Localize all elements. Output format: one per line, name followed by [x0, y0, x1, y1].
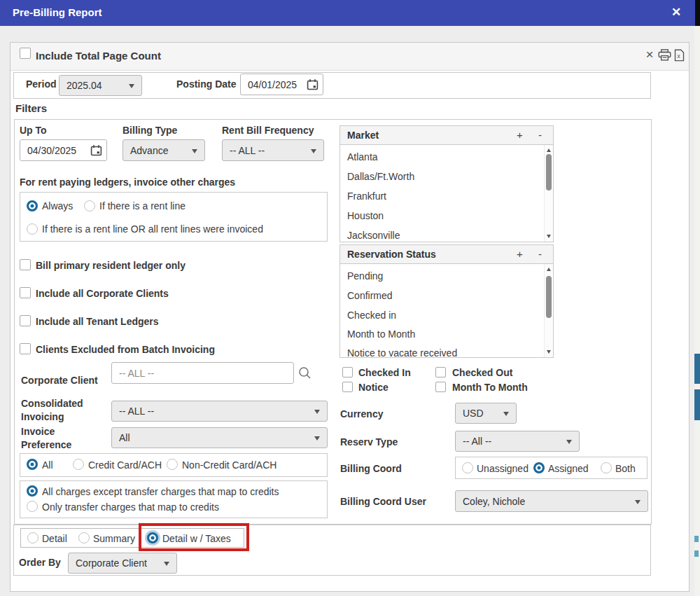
radio-only-transfer-charges[interactable]: [27, 501, 38, 512]
consolidated-invoicing-select[interactable]: -- ALL --: [111, 401, 328, 422]
list-item[interactable]: Checked in: [347, 305, 396, 325]
market-scrollbar[interactable]: [544, 145, 553, 242]
radio-rent-line-or-invoiced-label[interactable]: If there is a rent line OR all rent line…: [42, 223, 263, 235]
background-sliver-mark: [694, 550, 699, 557]
radio-both-label[interactable]: Both: [615, 463, 636, 475]
clients-excluded-checkbox[interactable]: [20, 343, 31, 354]
radio-unassigned[interactable]: [462, 462, 473, 473]
bill-primary-resident-label[interactable]: Bill primary resident ledger only: [36, 260, 186, 272]
include-total-page-count-label: Include Total Page Count: [36, 50, 161, 62]
checked-out-label[interactable]: Checked Out: [452, 367, 512, 379]
calendar-icon[interactable]: [307, 78, 318, 90]
scrollbar-thumb[interactable]: [546, 154, 552, 190]
radio-payment-all[interactable]: [27, 459, 38, 470]
background-sliver-bar: [694, 389, 700, 420]
currency-select[interactable]: USD: [455, 403, 517, 424]
include-corporate-clients-label[interactable]: Include all Corporate Clients: [36, 288, 169, 300]
radio-non-credit-card-ach[interactable]: [167, 459, 178, 470]
chevron-down-icon: [164, 562, 169, 566]
list-item[interactable]: Atlanta: [347, 147, 378, 167]
radio-all-charges-except-transfer-label[interactable]: All charges except transfer charges that…: [42, 486, 279, 498]
reservation-status-add-button[interactable]: +: [517, 248, 523, 260]
posting-date-input[interactable]: 04/01/2025: [240, 74, 323, 95]
radio-rent-line-or-invoiced[interactable]: [27, 223, 38, 235]
background-page-sliver: [694, 26, 700, 596]
radio-non-credit-card-ach-label[interactable]: Non-Credit Card/ACH: [182, 459, 276, 471]
include-tenant-ledgers-label[interactable]: Include all Tenant Ledgers: [36, 316, 159, 328]
dialog-title: Pre-Billing Report: [13, 6, 102, 20]
month-to-month-checkbox[interactable]: [435, 382, 446, 392]
radio-summary[interactable]: [78, 532, 90, 543]
scroll-down-icon[interactable]: [547, 235, 551, 238]
order-by-select[interactable]: Corporate Client: [68, 553, 177, 574]
billing-coord-user-select[interactable]: Coley, Nichole: [455, 490, 648, 512]
invoice-preference-label: Invoice Preference: [21, 425, 105, 452]
scroll-down-icon[interactable]: [547, 350, 551, 354]
notice-label[interactable]: Notice: [358, 382, 388, 394]
include-corporate-clients-checkbox[interactable]: [20, 287, 31, 298]
radio-both[interactable]: [601, 462, 612, 473]
radio-only-transfer-charges-label[interactable]: Only transfer charges that map to credit…: [42, 501, 219, 513]
chevron-down-icon: [314, 436, 320, 441]
checked-in-checkbox[interactable]: [342, 367, 353, 377]
radio-all-charges-except-transfer[interactable]: [27, 485, 38, 497]
scroll-up-icon[interactable]: [547, 148, 551, 152]
radio-unassigned-label[interactable]: Unassigned: [477, 463, 528, 475]
reservation-status-scrollbar[interactable]: [544, 264, 553, 357]
up-to-date-input[interactable]: 04/30/2025: [20, 139, 107, 161]
list-item[interactable]: Notice to vacate received: [347, 343, 457, 363]
market-add-button[interactable]: +: [517, 129, 523, 141]
market-list-header: Market + -: [340, 126, 553, 145]
chevron-down-icon: [566, 440, 572, 444]
checked-in-label[interactable]: Checked In: [358, 367, 411, 379]
radio-if-rent-line[interactable]: [84, 200, 95, 212]
calendar-icon[interactable]: [90, 144, 102, 156]
radio-detail-label[interactable]: Detail: [42, 533, 67, 545]
list-item[interactable]: Houston: [347, 206, 384, 226]
print-icon[interactable]: [658, 49, 671, 61]
rent-bill-frequency-select[interactable]: -- ALL --: [222, 139, 324, 161]
export-excel-icon[interactable]: x: [674, 49, 685, 62]
invoice-preference-select[interactable]: All: [111, 427, 328, 448]
include-total-page-count-checkbox[interactable]: [20, 48, 31, 59]
market-remove-button[interactable]: -: [538, 129, 542, 141]
month-to-month-label[interactable]: Month To Month: [452, 382, 528, 394]
list-item[interactable]: Jacksonville: [347, 226, 400, 245]
report-close-icon[interactable]: ×: [643, 47, 656, 62]
include-tenant-ledgers-checkbox[interactable]: [20, 315, 31, 326]
radio-always-label[interactable]: Always: [42, 200, 73, 212]
radio-assigned-label[interactable]: Assigned: [548, 463, 589, 475]
radio-summary-label[interactable]: Summary: [93, 533, 135, 545]
radio-credit-card-ach[interactable]: [73, 459, 84, 470]
radio-assigned[interactable]: [533, 462, 545, 473]
list-item[interactable]: Confirmed: [347, 286, 393, 305]
checked-out-checkbox[interactable]: [435, 367, 446, 377]
corporate-client-input[interactable]: -- ALL --: [111, 362, 294, 384]
list-item[interactable]: Month to Month: [347, 324, 415, 344]
consolidated-invoicing-label: Consolidated Invoicing: [21, 397, 105, 424]
search-icon[interactable]: [298, 366, 312, 380]
notice-checkbox[interactable]: [342, 382, 353, 392]
reservation-status-remove-button[interactable]: -: [538, 248, 542, 260]
bill-primary-resident-checkbox[interactable]: [20, 259, 31, 270]
radio-payment-all-label[interactable]: All: [42, 459, 53, 471]
rent-bill-frequency-label: Rent Bill Frequency: [222, 125, 314, 137]
scroll-up-icon[interactable]: [547, 268, 551, 271]
list-item[interactable]: Frankfurt: [347, 186, 386, 206]
radio-detail[interactable]: [27, 532, 38, 543]
radio-if-rent-line-label[interactable]: If there is a rent line: [99, 200, 186, 212]
clients-excluded-label[interactable]: Clients Excluded from Batch Invoicing: [36, 344, 215, 356]
chevron-down-icon: [314, 410, 320, 414]
radio-credit-card-ach-label[interactable]: Credit Card/ACH: [88, 459, 162, 471]
dialog-titlebar: Pre-Billing Report ✕: [0, 0, 700, 26]
reserv-type-select[interactable]: -- All --: [455, 431, 580, 452]
radio-always[interactable]: [27, 200, 38, 212]
dialog-close-icon[interactable]: ✕: [666, 5, 686, 20]
market-listbox: Market + - Atlanta Dallas/Ft.Worth Frank…: [340, 125, 554, 242]
list-item[interactable]: Pending: [347, 266, 383, 286]
period-select[interactable]: 2025.04: [59, 75, 142, 96]
list-item[interactable]: Dallas/Ft.Worth: [347, 167, 414, 186]
billing-type-select[interactable]: Advance: [122, 139, 205, 161]
svg-text:x: x: [677, 53, 680, 60]
scrollbar-thumb[interactable]: [546, 276, 552, 318]
